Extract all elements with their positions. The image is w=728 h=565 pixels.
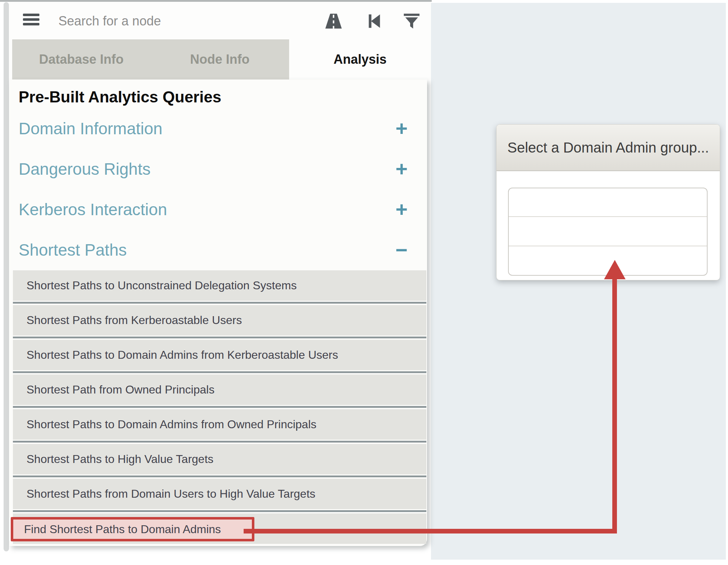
row-divider [13, 370, 426, 375]
expand-plus-icon[interactable]: + [389, 159, 414, 179]
row-divider [13, 301, 426, 305]
group-option-empty[interactable] [509, 188, 707, 216]
section-dangerous-rights[interactable]: Dangerous Rights + [19, 149, 414, 189]
query-item[interactable]: Shortest Paths to High Value Targets [13, 444, 426, 474]
collapse-minus-icon[interactable]: − [389, 240, 414, 260]
row-divider [13, 405, 426, 409]
graph-workspace-background [431, 3, 726, 560]
pathfinding-road-icon[interactable] [325, 13, 343, 30]
analysis-panel: Pre-Built Analytics Queries Domain Infor… [9, 79, 427, 546]
section-kerberos-interaction[interactable]: Kerberos Interaction + [19, 189, 414, 230]
expand-plus-icon[interactable]: + [389, 199, 414, 220]
query-list: Shortest Paths to Unconstrained Delegati… [13, 270, 426, 544]
section-shortest-paths[interactable]: Shortest Paths − [19, 230, 414, 270]
tab-node-info[interactable]: Node Info [150, 39, 289, 79]
row-divider [13, 335, 426, 340]
step-backward-icon[interactable] [366, 13, 384, 30]
menu-hamburger-icon[interactable] [23, 14, 39, 28]
search-input[interactable] [58, 8, 260, 34]
popup-title: Select a Domain Admin group... [497, 125, 720, 171]
annotation-arrow-vertical [612, 278, 617, 533]
row-divider [13, 440, 426, 444]
query-item[interactable]: Shortest Paths to Unconstrained Delegati… [13, 270, 426, 301]
row-divider [13, 474, 426, 479]
query-item[interactable]: Shortest Paths from Domain Users to High… [13, 479, 426, 509]
query-item-highlighted[interactable]: Find Shortest Paths to Domain Admins [11, 517, 254, 541]
filter-icon[interactable] [403, 13, 421, 30]
top-search-bar [9, 2, 431, 39]
query-item[interactable]: Shortest Paths from Kerberoastable Users [13, 305, 426, 335]
query-item[interactable]: Shortest Paths to Domain Admins from Own… [13, 409, 426, 440]
query-item[interactable]: Shortest Path from Owned Principals [13, 375, 426, 405]
bloodhound-app: Database Info Node Info Analysis Pre-Bui… [0, 0, 728, 565]
panel-tabs: Database Info Node Info Analysis [9, 39, 431, 79]
section-label: Dangerous Rights [19, 159, 150, 179]
annotation-arrow-head-icon [604, 260, 626, 279]
query-sections: Domain Information + Dangerous Rights + … [19, 108, 414, 270]
group-option-empty[interactable] [509, 216, 707, 246]
tab-database-info[interactable]: Database Info [12, 39, 150, 79]
section-domain-information[interactable]: Domain Information + [19, 108, 414, 149]
panel-heading: Pre-Built Analytics Queries [19, 88, 221, 106]
section-label: Domain Information [19, 119, 162, 138]
section-label: Kerberos Interaction [19, 200, 167, 219]
row-divider [13, 509, 426, 513]
window-left-edge [4, 2, 9, 551]
tab-analysis[interactable]: Analysis [289, 39, 431, 79]
section-label: Shortest Paths [19, 240, 127, 260]
domain-admin-group-popup: Select a Domain Admin group... [496, 124, 720, 280]
query-item[interactable]: Shortest Paths to Domain Admins from Ker… [13, 340, 426, 370]
annotation-arrow-horizontal [244, 529, 617, 533]
expand-plus-icon[interactable]: + [389, 118, 414, 139]
